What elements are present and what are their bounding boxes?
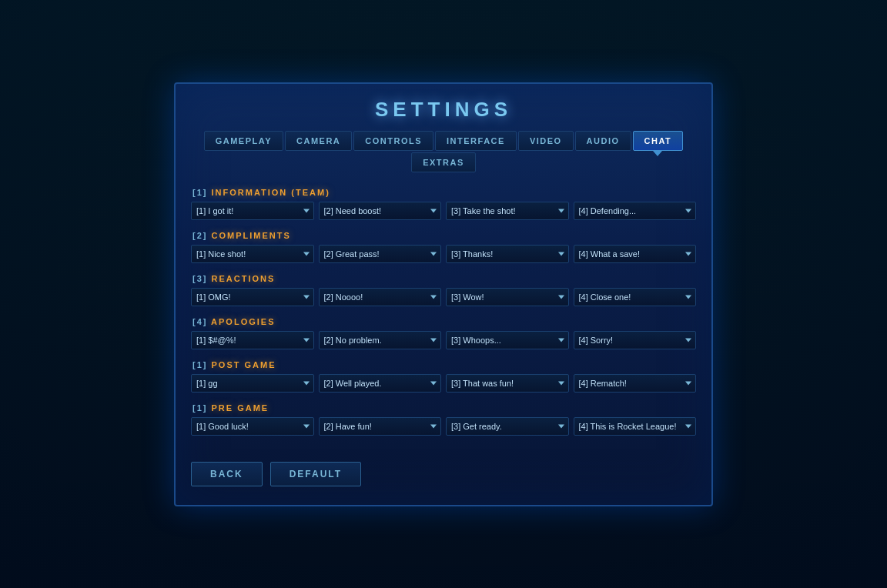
dropdown-wrap-pre-game-0: [1] Good luck![1] Have fun![1] Get ready… (191, 417, 314, 436)
dropdown-wrap-compliments-2: [3] Thanks![3] Nice shot![3] Great pass!… (446, 245, 569, 263)
dropdown-wrap-compliments-1: [2] Great pass![2] Nice shot![2] Thanks!… (319, 245, 442, 263)
section-compliments: [2] COMPLIMENTS[1] Nice shot![1] Great p… (191, 231, 696, 263)
dropdown-wrap-compliments-0: [1] Nice shot![1] Great pass![1] Thanks!… (191, 245, 314, 263)
dropdown-pre-game-0[interactable]: [1] Good luck![1] Have fun![1] Get ready… (191, 417, 314, 436)
dropdowns-row-information-team: [1] I got it![1] In position![1] Incomin… (191, 202, 696, 220)
section-title-reactions: [3] REACTIONS (191, 274, 696, 283)
section-title-information-team: [1] INFORMATION (TEAM) (191, 188, 696, 197)
dropdown-post-game-1[interactable]: [2] Well played.[2] gg[2] That was fun![… (319, 374, 442, 393)
dropdowns-row-post-game: [1] gg[1] Well played.[1] That was fun![… (191, 374, 696, 393)
back-button[interactable]: BACK (191, 462, 263, 486)
dropdown-wrap-reactions-1: [2] Noooo![2] OMG![2] Wow![2] Close one! (319, 288, 442, 306)
dropdown-pre-game-2[interactable]: [3] Get ready.[3] Good luck![3] Have fun… (446, 417, 569, 436)
dropdown-wrap-reactions-3: [4] Close one![4] OMG![4] Noooo![4] Wow! (574, 288, 697, 306)
section-pre-game: [1] PRE GAME[1] Good luck![1] Have fun![… (191, 403, 696, 436)
dropdown-post-game-0[interactable]: [1] gg[1] Well played.[1] That was fun![… (191, 374, 314, 393)
tabs-bar: GAMEPLAYCAMERACONTROLSINTERFACEVIDEOAUDI… (176, 131, 711, 183)
section-apologies: [4] APOLOGIES[1] $#@%![1] No problem.[1]… (191, 317, 696, 349)
dropdown-compliments-2[interactable]: [3] Thanks![3] Nice shot![3] Great pass!… (446, 245, 569, 263)
tab-chat[interactable]: CHAT (633, 131, 684, 151)
dropdown-information-team-0[interactable]: [1] I got it![1] In position![1] Incomin… (191, 202, 314, 220)
dropdown-reactions-0[interactable]: [1] OMG![1] Noooo![1] Wow![1] Close one! (191, 288, 314, 306)
dropdown-wrap-pre-game-1: [2] Have fun![2] Good luck![2] Get ready… (319, 417, 442, 436)
tab-audio[interactable]: AUDIO (575, 131, 631, 151)
dropdown-apologies-0[interactable]: [1] $#@%![1] No problem.[1] Whoops...[1]… (191, 331, 314, 349)
dropdown-wrap-post-game-3: [4] Rematch![4] gg[4] Well played.[4] Th… (574, 374, 697, 393)
dropdown-compliments-3[interactable]: [4] What a save![4] Nice shot![4] Great … (574, 245, 697, 263)
dropdown-information-team-1[interactable]: [2] Need boost![2] On your left.[2] On y… (319, 202, 442, 220)
dropdown-wrap-apologies-1: [2] No problem.[2] $#@%![2] Whoops...[2]… (319, 331, 442, 349)
dropdown-information-team-2[interactable]: [3] Take the shot![3] All yours.[3] Got … (446, 202, 569, 220)
dropdown-wrap-apologies-3: [4] Sorry![4] $#@%![4] No problem.[4] Wh… (574, 331, 697, 349)
dropdown-post-game-3[interactable]: [4] Rematch![4] gg[4] Well played.[4] Th… (574, 374, 697, 393)
dropdown-wrap-compliments-3: [4] What a save![4] Nice shot![4] Great … (574, 245, 697, 263)
dropdown-wrap-apologies-0: [1] $#@%![1] No problem.[1] Whoops...[1]… (191, 331, 314, 349)
dropdowns-row-apologies: [1] $#@%![1] No problem.[1] Whoops...[1]… (191, 331, 696, 349)
section-title-post-game: [1] POST GAME (191, 360, 696, 369)
settings-content: [1] INFORMATION (TEAM)[1] I got it![1] I… (176, 183, 711, 451)
dropdown-compliments-1[interactable]: [2] Great pass![2] Nice shot![2] Thanks!… (319, 245, 442, 263)
dropdown-compliments-0[interactable]: [1] Nice shot![1] Great pass![1] Thanks!… (191, 245, 314, 263)
dropdown-wrap-post-game-0: [1] gg[1] Well played.[1] That was fun![… (191, 374, 314, 393)
dropdown-wrap-information-team-3: [4] Defending...[4] Going for it![4] Bum… (574, 202, 697, 220)
settings-modal: SETTINGS GAMEPLAYCAMERACONTROLSINTERFACE… (174, 82, 713, 506)
dropdown-wrap-reactions-2: [3] Wow![3] OMG![3] Noooo![3] Close one! (446, 288, 569, 306)
section-title-compliments: [2] COMPLIMENTS (191, 231, 696, 240)
dropdown-pre-game-1[interactable]: [2] Have fun![2] Good luck![2] Get ready… (319, 417, 442, 436)
tab-interface[interactable]: INTERFACE (435, 131, 517, 151)
dropdown-apologies-1[interactable]: [2] No problem.[2] $#@%![2] Whoops...[2]… (319, 331, 442, 349)
dropdown-wrap-post-game-1: [2] Well played.[2] gg[2] That was fun![… (319, 374, 442, 393)
dropdown-wrap-information-team-2: [3] Take the shot![3] All yours.[3] Got … (446, 202, 569, 220)
tab-controls[interactable]: CONTROLS (353, 131, 433, 151)
modal-title: SETTINGS (176, 84, 711, 131)
dropdown-wrap-reactions-0: [1] OMG![1] Noooo![1] Wow![1] Close one! (191, 288, 314, 306)
dropdown-reactions-1[interactable]: [2] Noooo![2] OMG![2] Wow![2] Close one! (319, 288, 442, 306)
dropdown-reactions-3[interactable]: [4] Close one![4] OMG![4] Noooo![4] Wow! (574, 288, 697, 306)
section-post-game: [1] POST GAME[1] gg[1] Well played.[1] T… (191, 360, 696, 393)
section-title-pre-game: [1] PRE GAME (191, 403, 696, 413)
dropdowns-row-compliments: [1] Nice shot![1] Great pass![1] Thanks!… (191, 245, 696, 263)
dropdown-wrap-pre-game-2: [3] Get ready.[3] Good luck![3] Have fun… (446, 417, 569, 436)
dropdown-wrap-pre-game-3: [4] This is Rocket League![4] Good luck!… (574, 417, 697, 436)
tab-video[interactable]: VIDEO (518, 131, 574, 151)
dropdowns-row-pre-game: [1] Good luck![1] Have fun![1] Get ready… (191, 417, 696, 436)
dropdown-wrap-information-team-1: [2] Need boost![2] On your left.[2] On y… (319, 202, 442, 220)
footer-buttons: BACK DEFAULT (176, 451, 711, 489)
dropdown-wrap-apologies-2: [3] Whoops...[3] $#@%![3] No problem.[3]… (446, 331, 569, 349)
tab-extras[interactable]: EXTRAS (411, 152, 476, 172)
dropdown-apologies-2[interactable]: [3] Whoops...[3] $#@%![3] No problem.[3]… (446, 331, 569, 349)
dropdowns-row-reactions: [1] OMG![1] Noooo![1] Wow![1] Close one!… (191, 288, 696, 306)
dropdown-reactions-2[interactable]: [3] Wow![3] OMG![3] Noooo![3] Close one! (446, 288, 569, 306)
section-information-team: [1] INFORMATION (TEAM)[1] I got it![1] I… (191, 188, 696, 220)
dropdown-pre-game-3[interactable]: [4] This is Rocket League![4] Good luck!… (574, 417, 697, 436)
dropdown-post-game-2[interactable]: [3] That was fun![3] gg[3] Well played.[… (446, 374, 569, 393)
default-button[interactable]: DEFAULT (270, 462, 361, 486)
tab-camera[interactable]: CAMERA (285, 131, 352, 151)
dropdown-information-team-3[interactable]: [4] Defending...[4] Going for it![4] Bum… (574, 202, 697, 220)
dropdown-wrap-information-team-0: [1] I got it![1] In position![1] Incomin… (191, 202, 314, 220)
section-title-apologies: [4] APOLOGIES (191, 317, 696, 326)
dropdown-wrap-post-game-2: [3] That was fun![3] gg[3] Well played.[… (446, 374, 569, 393)
tab-gameplay[interactable]: GAMEPLAY (204, 131, 283, 151)
section-reactions: [3] REACTIONS[1] OMG![1] Noooo![1] Wow![… (191, 274, 696, 306)
dropdown-apologies-3[interactable]: [4] Sorry![4] $#@%![4] No problem.[4] Wh… (574, 331, 697, 349)
